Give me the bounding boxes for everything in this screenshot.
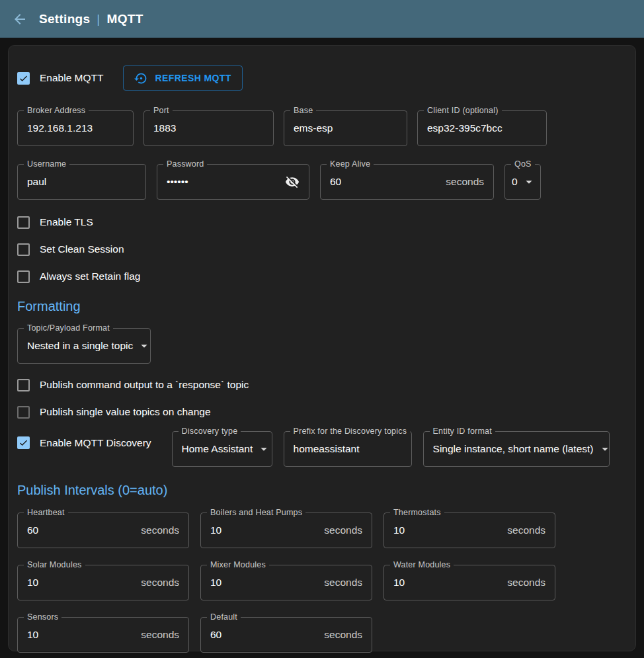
solar-input[interactable] — [27, 577, 136, 589]
port-label: Port — [150, 106, 173, 115]
publish-response-row: Publish command output to a `response` t… — [17, 377, 627, 393]
discovery-type-value: Home Assistant — [182, 443, 253, 455]
mixer-unit: seconds — [324, 577, 362, 589]
broker-address-input[interactable] — [27, 122, 124, 134]
enable-mqtt-checkbox-row: Enable MQTT — [17, 72, 103, 85]
publish-single-row: Publish single value topics on change — [17, 404, 627, 420]
chevron-down-icon — [257, 442, 271, 456]
connection-options: Enable TLS Set Clean Session Always set … — [17, 214, 627, 284]
heartbeat-unit: seconds — [141, 524, 179, 536]
enable-tls-row: Enable TLS — [17, 214, 627, 230]
toggle-password-visibility-button[interactable] — [285, 175, 300, 189]
sensors-label: Sensors — [24, 612, 61, 622]
discovery-type-select[interactable]: Discovery type Home Assistant — [172, 431, 272, 467]
retain-flag-checkbox[interactable] — [17, 270, 30, 283]
keep-alive-input[interactable] — [330, 176, 440, 188]
thermostats-label: Thermostats — [390, 508, 444, 517]
clean-session-label: Set Clean Session — [40, 243, 124, 255]
entity-format-select[interactable]: Entity ID format Single instance, short … — [423, 431, 610, 467]
arrow-back-icon — [12, 11, 28, 27]
default-label: Default — [207, 612, 241, 622]
enable-mqtt-label: Enable MQTT — [40, 72, 103, 84]
enable-discovery-checkbox[interactable] — [17, 436, 30, 449]
enable-tls-checkbox[interactable] — [17, 216, 30, 229]
thermostats-unit: seconds — [507, 524, 545, 536]
publish-single-label: Publish single value topics on change — [40, 406, 211, 418]
topic-format-label: Topic/Payload Format — [24, 323, 113, 333]
thermostats-input[interactable] — [393, 524, 502, 536]
broker-field-row: Broker Address Port Base Client ID (opti… — [17, 110, 627, 146]
keep-alive-label: Keep Alive — [327, 159, 374, 169]
entity-format-value: Single instance, short name (latest) — [433, 443, 594, 455]
publish-single-checkbox[interactable] — [17, 406, 30, 419]
enable-mqtt-row: Enable MQTT REFRESH MQTT — [17, 65, 627, 91]
heartbeat-input[interactable] — [27, 524, 136, 536]
base-label: Base — [290, 106, 316, 115]
boilers-unit: seconds — [324, 524, 362, 536]
mixer-input[interactable] — [210, 577, 319, 589]
base-input[interactable] — [294, 122, 397, 134]
qos-select[interactable]: QoS 0 — [504, 164, 541, 200]
sensors-input[interactable] — [27, 629, 136, 641]
chevron-down-icon — [137, 339, 151, 353]
credentials-field-row: Username Password Keep Alive seconds QoS… — [17, 164, 627, 200]
water-interval-field: Water Modules seconds — [383, 565, 555, 600]
app-bar: Settings | MQTT — [0, 0, 644, 38]
discovery-row: Enable MQTT Discovery Discovery type Hom… — [17, 431, 627, 467]
formatting-options: Publish command output to a `response` t… — [17, 377, 627, 420]
refresh-restore-icon — [134, 71, 148, 85]
default-interval-field: Default seconds — [200, 617, 372, 653]
discovery-fields: Discovery type Home Assistant Prefix for… — [172, 431, 610, 467]
port-input[interactable] — [153, 122, 264, 134]
enable-discovery-label: Enable MQTT Discovery — [40, 437, 151, 449]
keep-alive-field: Keep Alive seconds — [320, 164, 494, 200]
settings-card: Enable MQTT REFRESH MQTT Broker Address … — [8, 45, 636, 651]
back-button[interactable] — [11, 11, 28, 28]
retain-flag-row: Always set Retain flag — [17, 268, 627, 284]
discovery-type-label: Discovery type — [179, 427, 241, 436]
refresh-mqtt-button[interactable]: REFRESH MQTT — [123, 65, 242, 91]
enable-discovery-row: Enable MQTT Discovery — [17, 436, 151, 449]
password-input[interactable] — [167, 176, 280, 188]
topic-format-select[interactable]: Topic/Payload Format Nested in a single … — [17, 328, 151, 364]
chevron-down-icon — [522, 175, 536, 189]
username-input[interactable] — [27, 176, 136, 188]
topic-format-value: Nested in a single topic — [27, 340, 133, 352]
default-unit: seconds — [324, 629, 362, 641]
refresh-mqtt-button-label: REFRESH MQTT — [155, 73, 231, 83]
title-divider: | — [97, 12, 100, 26]
publish-intervals-heading: Publish Intervals (0=auto) — [17, 483, 627, 498]
heartbeat-interval-field: Heartbeat seconds — [17, 513, 189, 548]
title-section: MQTT — [107, 12, 143, 26]
mixer-interval-field: Mixer Modules seconds — [200, 565, 372, 600]
username-field: Username — [17, 164, 146, 200]
visibility-off-icon — [285, 175, 300, 189]
boilers-input[interactable] — [210, 524, 319, 536]
publish-response-checkbox[interactable] — [17, 379, 30, 391]
water-input[interactable] — [393, 577, 502, 589]
keep-alive-unit: seconds — [446, 176, 484, 188]
solar-interval-field: Solar Modules seconds — [17, 565, 189, 600]
retain-flag-label: Always set Retain flag — [40, 270, 141, 282]
discovery-prefix-field: Prefix for the Discovery topics — [284, 431, 412, 467]
solar-unit: seconds — [141, 577, 179, 589]
clean-session-checkbox[interactable] — [17, 243, 30, 256]
broker-address-label: Broker Address — [24, 106, 89, 115]
default-input[interactable] — [210, 629, 319, 641]
thermostats-interval-field: Thermostats seconds — [383, 513, 555, 548]
enable-mqtt-checkbox[interactable] — [17, 72, 30, 85]
heartbeat-label: Heartbeat — [24, 508, 68, 517]
water-unit: seconds — [507, 577, 545, 589]
boilers-label: Boilers and Heat Pumps — [207, 508, 305, 517]
formatting-heading: Formatting — [17, 299, 627, 314]
chevron-down-icon — [598, 442, 612, 456]
base-field: Base — [284, 110, 407, 146]
water-label: Water Modules — [390, 560, 454, 569]
client-id-input[interactable] — [427, 122, 537, 134]
entity-format-label: Entity ID format — [430, 427, 495, 436]
sensors-unit: seconds — [141, 629, 179, 641]
qos-label: QoS — [511, 159, 535, 169]
boilers-interval-field: Boilers and Heat Pumps seconds — [200, 513, 372, 548]
discovery-prefix-input[interactable] — [294, 443, 402, 455]
intervals-grid: Heartbeat seconds Boilers and Heat Pumps… — [17, 513, 556, 653]
